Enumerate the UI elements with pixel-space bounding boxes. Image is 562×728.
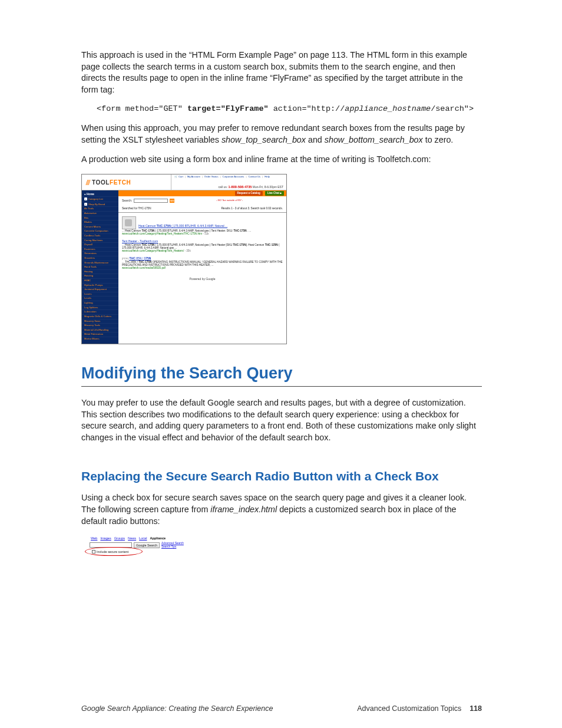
- paragraph-2: When using this approach, you may prefer…: [81, 123, 482, 146]
- top-link[interactable]: My Account: [187, 176, 200, 179]
- google-tab[interactable]: News: [128, 536, 136, 540]
- paragraph-3: A production web site using a form box a…: [81, 154, 482, 166]
- search-tips-link[interactable]: Search Tips: [161, 545, 184, 548]
- paragraph-5: Using a check box for secure search save…: [81, 492, 482, 527]
- sidebar-item[interactable]: Material Lifts/Handling: [82, 328, 118, 332]
- sidebar-item[interactable]: Grounds Maintenance: [82, 261, 118, 265]
- footer-title: Google Search Appliance: Creating the Se…: [81, 704, 273, 713]
- product-thumb: [122, 216, 136, 229]
- pdf-badge: [PDF]: [122, 257, 128, 260]
- top-link[interactable]: Corporate Accounts: [223, 176, 244, 179]
- sidebar-item[interactable]: Coring Machines: [82, 238, 118, 243]
- google-search-button[interactable]: Google Search: [134, 542, 160, 548]
- page-number: 118: [470, 704, 482, 713]
- top-links: 🛒 Cart |My Account |Order Status |Corpor…: [174, 176, 283, 179]
- top-link[interactable]: Order Status: [204, 176, 219, 179]
- sidebar-item[interactable]: Hoisting: [82, 274, 118, 278]
- figure-google-search: WebImagesGroupsNewsLocalAppliance Google…: [81, 535, 214, 559]
- sidebar-item[interactable]: Lubrication: [82, 309, 118, 314]
- sidebar-item[interactable]: Metal Fabrication: [82, 332, 118, 337]
- sidebar-item[interactable]: Air Tools: [82, 206, 118, 211]
- sidebar-item[interactable]: Shop By Brand: [82, 202, 118, 207]
- paragraph-4: You may prefer to use the default Google…: [81, 397, 482, 444]
- live-chat-button[interactable]: Live Chat ■: [265, 191, 284, 196]
- figure-toolfetch: TOOLFETCH 🛒 Cart |My Account |Order Stat…: [81, 174, 287, 344]
- code-block: <form method="GET" target="FlyFrame" act…: [97, 104, 482, 113]
- powered-by: Powered by Google: [122, 274, 283, 285]
- search-result: [PDF] THC 85N / 175N ... THC-85N / THC-1…: [122, 257, 283, 269]
- google-tab[interactable]: Images: [100, 536, 111, 540]
- no-tax-label: ‹ NO Tax outside of NY ›: [176, 199, 283, 202]
- sidebar-item[interactable]: Magnetic Drills & Cutters: [82, 314, 118, 319]
- sidebar-item[interactable]: Hand Tools: [82, 265, 118, 269]
- heading-modifying: Modifying the Search Query: [81, 364, 482, 387]
- results-meta: Results 1 - 3 of about 3. Search took 0.…: [222, 207, 283, 210]
- google-tab[interactable]: Web: [91, 536, 97, 540]
- toolfetch-logo: TOOLFETCH: [82, 174, 171, 190]
- sidebar-item[interactable]: Generators: [82, 251, 118, 256]
- phone-line: call us: 1-800-508-4735 Mon-Fri, 8-6:30p…: [174, 185, 283, 189]
- nav-home[interactable]: ● Home: [82, 192, 118, 196]
- top-link[interactable]: Contact Us: [248, 176, 260, 179]
- sidebar-item[interactable]: Heating: [82, 269, 118, 274]
- sidebar-item[interactable]: Concrete Compaction: [82, 229, 118, 233]
- sidebar-nav: ● Home Category ListShop By BrandAir Too…: [82, 190, 118, 344]
- top-link[interactable]: Help: [265, 176, 270, 179]
- sidebar-item[interactable]: Bits: [82, 216, 118, 220]
- search-result: Heat Cannon THC-175N ( 175,000 BTU/HR, 6…: [122, 216, 283, 235]
- sidebar-item[interactable]: HVAC: [82, 278, 118, 283]
- result-title[interactable]: THC 85N / 175N: [130, 256, 151, 260]
- sidebar-item[interactable]: Levels: [82, 296, 118, 301]
- sidebar-item[interactable]: Mortar Mixers: [82, 337, 118, 341]
- google-tab[interactable]: Groups: [114, 536, 125, 540]
- search-label: Search:: [122, 199, 132, 203]
- sidebar-item[interactable]: Cement Mixers: [82, 225, 118, 229]
- sidebar-item[interactable]: Lasers: [82, 292, 118, 297]
- sidebar-item[interactable]: Cordless Tools: [82, 233, 118, 238]
- annotation-oval: [85, 547, 143, 556]
- intro-paragraph: This approach is used in the “HTML Form …: [81, 50, 482, 96]
- sidebar-item[interactable]: Fasteners: [82, 247, 118, 252]
- sidebar-item[interactable]: Log Splitters: [82, 305, 118, 310]
- sidebar-item[interactable]: Janitorial Equipment: [82, 287, 118, 292]
- request-catalog-button[interactable]: Request a Catalog: [235, 191, 263, 196]
- searched-for: Searched for THC-175N: [122, 207, 151, 210]
- sidebar-item[interactable]: Blades: [82, 220, 118, 225]
- sidebar-item[interactable]: Masonry Tools: [82, 323, 118, 328]
- sidebar-item[interactable]: Hydraulic Pumps: [82, 283, 118, 288]
- heading-replacing: Replacing the Secure Search Radio Button…: [81, 469, 482, 484]
- sidebar-item[interactable]: Category List: [82, 196, 118, 202]
- page-footer: Google Search Appliance: Creating the Se…: [81, 704, 482, 713]
- google-tab[interactable]: Appliance: [150, 536, 166, 540]
- go-button[interactable]: GO: [170, 199, 174, 203]
- sidebar-item[interactable]: Masonry Saws: [82, 319, 118, 324]
- footer-section: Advanced Customization Topics: [357, 704, 461, 713]
- sidebar-item[interactable]: Gravelers: [82, 256, 118, 261]
- sidebar-item[interactable]: Drywall: [82, 242, 118, 247]
- sidebar-item[interactable]: Automotive: [82, 211, 118, 216]
- search-result: Tent Heater - Toolfetch.com ... Heat Can…: [122, 240, 283, 252]
- cart-icon[interactable]: 🛒 Cart: [174, 176, 183, 179]
- search-input[interactable]: [134, 199, 168, 203]
- result-title[interactable]: Heat Cannon THC-175N ( 175,000 BTU/HR, 6…: [138, 225, 227, 228]
- google-tab[interactable]: Local: [139, 536, 147, 540]
- sidebar-item[interactable]: Lighting: [82, 301, 118, 305]
